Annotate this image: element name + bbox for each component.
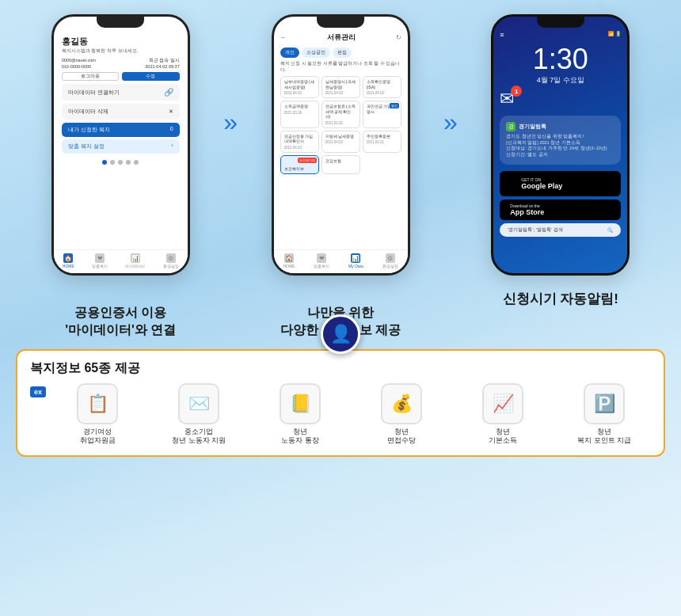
- doc-item-10[interactable]: 보건복지부 보건복지부: [280, 155, 319, 175]
- arrow2: »: [443, 109, 458, 135]
- dot-2: [110, 160, 115, 165]
- welfare-icon-6: 🅿️: [584, 383, 625, 424]
- welfare-item-1: 📋 경기여성취업자원금: [51, 383, 144, 446]
- google-play-btn[interactable]: ▶ GET IT ON Google Play: [500, 171, 621, 196]
- phone2-notch: [317, 17, 364, 28]
- my-welfare-btn[interactable]: 내가 신청한 복지 0: [62, 123, 180, 137]
- phone2-content: 개인 소상공인 편집 복지 신청 시 필요한 서류를 발급하거나 조회 할 수 …: [274, 48, 408, 174]
- nav-welfare[interactable]: ❤ 맞춤복지: [92, 253, 108, 268]
- welfare-title: 복지정보 65종 제공: [30, 360, 651, 377]
- doc-item-6[interactable]: 필요 국민연금 가입증명서: [363, 101, 401, 128]
- caption3: 신청시기 자동알림!: [503, 290, 618, 309]
- doc-item-2[interactable]: 납세증명서 (국세완납증명) 2021.04.02: [321, 76, 360, 98]
- nav2-settings[interactable]: ⚙ 환경설정: [382, 253, 398, 268]
- arrow2-icon: »: [443, 109, 458, 135]
- welfare-icon-3: 📒: [280, 383, 321, 424]
- phone3-column: ≡ 📶 🔋 1:30 4월 7일 수요일 ✉ 1 경 경기알림톡 경기도: [474, 14, 648, 309]
- notif-app-name: 경기알림톡: [519, 124, 546, 131]
- back-btn[interactable]: ←: [280, 34, 287, 41]
- welfare-label-1: 경기여성취업자원금: [80, 428, 116, 446]
- welfare-item-5: 📈 청년기본소득: [456, 383, 550, 446]
- hamburger-icon: ≡: [500, 31, 504, 39]
- nav2-home[interactable]: 🏠 HOME: [283, 253, 295, 268]
- doc-item-11[interactable]: 건강보험: [321, 155, 360, 175]
- doc-mgmt-title: 서류관리: [327, 32, 356, 43]
- envelope-area: ✉ 1: [500, 89, 621, 109]
- dot-1: [102, 160, 107, 165]
- person-overlay: 👤: [321, 314, 360, 354]
- welfare-section: 복지정보 65종 제공 ex 📋 경기여성취업자원금 ✉️ 중소기업청년 노동자…: [16, 349, 665, 457]
- battery-icon: 🔋: [615, 31, 621, 39]
- search-text: '경기알림톡', '알림톡' 검색: [508, 226, 563, 234]
- nav2-welfare[interactable]: ❤ 맞춤복지: [314, 253, 329, 268]
- notif-header: 경 경기알림톡: [506, 122, 614, 131]
- edit-btn[interactable]: 수정: [122, 72, 180, 81]
- logout-btn[interactable]: 로그아웃: [62, 72, 120, 81]
- app-store-btn[interactable]: Download on the App Store: [500, 200, 621, 220]
- notif-app-icon: 경: [506, 122, 516, 131]
- mydata-connect-item[interactable]: 마이데이터 연결하기 🔗: [62, 84, 180, 101]
- welfare-icons-row: ex 📋 경기여성취업자원금 ✉️ 중소기업청년 노동자 지원 📒 청년노동자 …: [30, 383, 651, 446]
- mydata-connect-icon: 🔗: [164, 88, 173, 97]
- welfare-label-4: 청년면접수당: [387, 428, 416, 446]
- notif-body: 경기도 청년인 당신을 위한 맞춤복지! [신규복지 알림] 2021 청년 기…: [506, 134, 614, 158]
- access-date: 2021-04-02 09:37: [145, 64, 179, 69]
- phone-number: 010-0000-0000: [62, 64, 91, 69]
- dark-time: 1:30 4월 7일 수요일: [493, 45, 627, 86]
- welfare-item-4: 💰 청년면접수당: [355, 383, 448, 446]
- welfare-label-2: 중소기업청년 노동자 지원: [172, 428, 226, 446]
- welfare-items: 📋 경기여성취업자원금 ✉️ 중소기업청년 노동자 지원 📒 청년노동자 통장 …: [51, 383, 651, 446]
- phone1-column: 홍길동 복지시스템과 행복한 하루 보내세요. 0000@naver.com 최…: [33, 14, 207, 340]
- profile-sub: 복지시스템과 행복한 하루 보내세요.: [62, 48, 180, 55]
- welfare-label-5: 청년기본소득: [489, 428, 517, 446]
- wifi-icon: 📶: [608, 31, 614, 39]
- doc-item-4[interactable]: 소득금액증명 2021.03.16: [280, 101, 319, 128]
- welfare-setting-btn[interactable]: 맞춤 복지 설정 ›: [62, 139, 180, 154]
- nav-home[interactable]: 🏠 HOME: [63, 253, 74, 268]
- doc-item-5[interactable]: 연금보험료 (소득세액 공제 확인서) 2021.03.31: [321, 101, 360, 128]
- doc6-label: 필요: [390, 103, 399, 108]
- dark-status-bar: ≡ 📶 🔋: [493, 28, 627, 42]
- notification-card: 경 경기알림톡 경기도 청년인 당신을 위한 맞춤복지! [신규복지 알림] 2…: [500, 116, 621, 165]
- doc-item-8[interactable]: 지방세 납세증명 2021.04.02: [321, 131, 360, 153]
- welfare2-icon: ❤: [317, 253, 326, 263]
- notification-badge: 1: [511, 86, 522, 97]
- phone3-notch: [537, 17, 584, 28]
- welfare-icon-5: 📈: [482, 383, 523, 424]
- doc-item-3[interactable]: 소득확인증명 (ISA) 2021.04.02: [363, 76, 401, 98]
- ex-badge: ex: [30, 386, 46, 397]
- search-bar[interactable]: '경기알림톡', '알림톡' 검색 🔍: [500, 223, 621, 237]
- access-label: 최근 접속 일시: [149, 58, 180, 63]
- doc10-label: 보건복지부: [298, 158, 317, 163]
- nav2-mydata[interactable]: 📊 My Data: [348, 253, 363, 268]
- search-icon: 🔍: [607, 227, 613, 233]
- phone2-bottom-nav: 🏠 HOME ❤ 맞춤복지 📊 My Data ⚙ 환경설정: [274, 249, 408, 273]
- phone1-mockup: 홍길동 복지시스템과 행복한 하루 보내세요. 0000@naver.com 최…: [51, 14, 190, 276]
- profile-name: 홍길동: [62, 36, 180, 48]
- doc-grid: 납부내역증명 (세세사업증명) 2021.04.02 납세증명서 (국세완납증명…: [280, 76, 401, 174]
- welfare-label-3: 청년노동자 통장: [281, 428, 319, 446]
- caption1: 공용인증서 이용 '마이데이터'와 연결: [65, 304, 176, 340]
- refresh-btn[interactable]: ↻: [396, 34, 401, 41]
- welfare-item-2: ✉️ 중소기업청년 노동자 지원: [152, 383, 245, 446]
- welfare-label-6: 청년복지 포인트 지급: [577, 428, 631, 446]
- arrow1: »: [223, 109, 238, 135]
- mydata-icon: 📊: [131, 253, 140, 263]
- mydata-delete-item[interactable]: 마이데이터 삭제 ✕: [62, 104, 180, 120]
- doc-item-7[interactable]: 연금산정용 가입내역확인서 2021.04.02: [280, 131, 319, 153]
- tab-business[interactable]: 소상공인: [302, 48, 330, 58]
- tab-edit[interactable]: 편집: [333, 48, 352, 58]
- dot-4: [126, 160, 131, 165]
- doc-description: 복지 신청 시 필요한 서류를 발급하거나 조회 할 수 있습니다.: [280, 61, 401, 73]
- tab-personal[interactable]: 개인: [280, 48, 299, 58]
- doc-item-1[interactable]: 납부내역증명 (세세사업증명) 2021.04.02: [280, 76, 319, 98]
- mydata2-icon: 📊: [351, 253, 360, 263]
- phone1-bottom-nav: 🏠 HOME ❤ 맞춤복지 📊 마이데이터 ⚙ 환경설정: [54, 249, 188, 273]
- nav-mydata[interactable]: 📊 마이데이터: [125, 253, 145, 268]
- welfare-item-6: 🅿️ 청년복지 포인트 지급: [557, 383, 651, 446]
- nav-settings[interactable]: ⚙ 환경설정: [163, 253, 179, 268]
- profile-phone-row: 010-0000-0000 2021-04-02 09:37: [62, 64, 180, 69]
- phone2-column: ← 서류관리 ↻ 개인 소상공인 편집 복지 신청 시 필요한 서류를 발급하거…: [253, 14, 428, 340]
- home-icon: 🏠: [63, 253, 73, 263]
- doc-item-9[interactable]: 주민등록등본 2021.03.31: [363, 131, 401, 153]
